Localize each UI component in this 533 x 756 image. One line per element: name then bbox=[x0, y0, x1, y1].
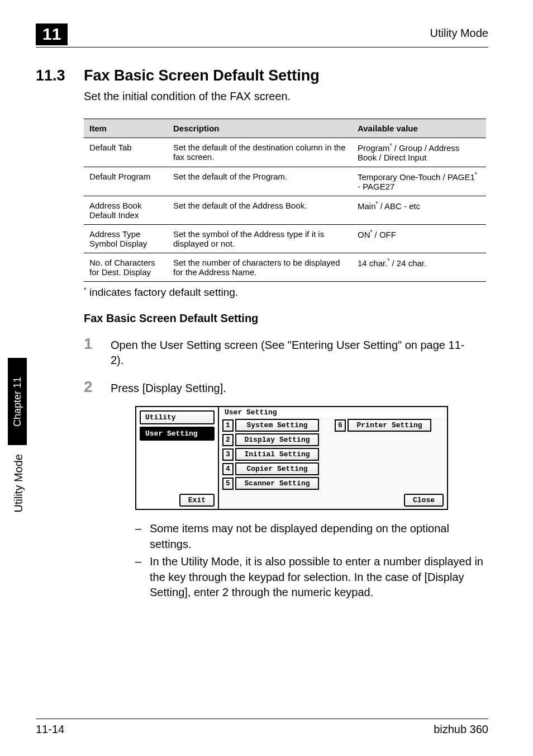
table-row: Default Program Set the default of the P… bbox=[84, 167, 486, 196]
dash-icon: – bbox=[135, 554, 150, 601]
menu-number: 6 bbox=[335, 419, 346, 432]
menu-number: 2 bbox=[222, 434, 234, 446]
settings-table: Item Description Available value Default… bbox=[84, 119, 486, 282]
section-number: 11.3 bbox=[36, 67, 84, 84]
page-number: 11-14 bbox=[36, 723, 64, 736]
table-row: Default Tab Set the default of the desti… bbox=[84, 138, 486, 167]
menu-button-initial-setting[interactable]: Initial Setting bbox=[235, 448, 319, 461]
cell-item: Address Type Symbol Display bbox=[84, 225, 168, 253]
cell-desc: Set the default of the destination colum… bbox=[168, 138, 352, 167]
menu-button-system-setting[interactable]: System Setting bbox=[235, 419, 319, 432]
th-item: Item bbox=[84, 119, 168, 138]
step: 1 Open the User Setting screen (See "Ent… bbox=[84, 335, 488, 368]
cell-item: No. of Characters for Dest. Display bbox=[84, 253, 168, 282]
exit-button[interactable]: Exit bbox=[179, 494, 215, 507]
cell-desc: Set the default of the Program. bbox=[168, 167, 352, 196]
footer-rule bbox=[36, 719, 488, 719]
th-available: Available value bbox=[352, 119, 486, 138]
device-screen: Utility User Setting Exit User Setting 1… bbox=[135, 406, 448, 510]
menu-button-display-setting[interactable]: Display Setting bbox=[235, 433, 319, 446]
menu-item[interactable]: 2 Display Setting bbox=[222, 433, 319, 446]
subsection-heading: Fax Basic Screen Default Setting bbox=[84, 312, 488, 325]
cell-avail: Main* / ABC - etc bbox=[352, 196, 486, 225]
cell-desc: Set the symbol of the Address type if it… bbox=[168, 225, 352, 253]
menu-number: 5 bbox=[222, 478, 234, 490]
menu-button-copier-setting[interactable]: Copier Setting bbox=[235, 462, 319, 475]
menu-item[interactable]: 5 Scanner Setting bbox=[222, 477, 319, 490]
section-intro: Set the initial condition of the FAX scr… bbox=[84, 90, 488, 103]
screen-title: User Setting bbox=[222, 408, 444, 418]
menu-button-scanner-setting[interactable]: Scanner Setting bbox=[235, 477, 319, 490]
utility-tab[interactable]: Utility bbox=[140, 410, 215, 424]
note-text: Some items may not be displayed dependin… bbox=[150, 521, 488, 552]
cell-avail: Program* / Group / Address Book / Direct… bbox=[352, 138, 486, 167]
table-row: Address Type Symbol Display Set the symb… bbox=[84, 225, 486, 253]
side-chapter-tab: Chapter 11 bbox=[8, 358, 27, 445]
menu-number: 4 bbox=[222, 463, 234, 475]
section-title: Fax Basic Screen Default Setting bbox=[84, 67, 320, 84]
dash-icon: – bbox=[135, 521, 150, 552]
step-number: 2 bbox=[84, 378, 111, 396]
menu-number: 1 bbox=[222, 419, 234, 432]
close-button[interactable]: Close bbox=[404, 494, 444, 507]
cell-avail: Temporary One-Touch / PAGE1* - PAGE27 bbox=[352, 167, 486, 196]
cell-desc: Set the default of the Address Book. bbox=[168, 196, 352, 225]
header-rule bbox=[36, 47, 488, 48]
list-item: – Some items may not be displayed depend… bbox=[135, 521, 488, 552]
menu-item[interactable]: 3 Initial Setting bbox=[222, 448, 319, 461]
cell-item: Address Book Default Index bbox=[84, 196, 168, 225]
menu-button-printer-setting[interactable]: Printer Setting bbox=[348, 419, 431, 432]
cell-avail: ON* / OFF bbox=[352, 225, 486, 253]
cell-item: Default Tab bbox=[84, 138, 168, 167]
running-title: Utility Mode bbox=[430, 27, 488, 40]
menu-number: 3 bbox=[222, 448, 234, 461]
step-text: Press [Display Setting]. bbox=[111, 379, 226, 396]
table-row: No. of Characters for Dest. Display Set … bbox=[84, 253, 486, 282]
product-name: bizhub 360 bbox=[434, 723, 488, 736]
cell-desc: Set the number of characters to be displ… bbox=[168, 253, 352, 282]
menu-item[interactable]: 4 Copier Setting bbox=[222, 462, 319, 475]
step-number: 1 bbox=[84, 335, 111, 353]
th-description: Description bbox=[168, 119, 352, 138]
step-text: Open the User Setting screen (See "Enter… bbox=[111, 336, 468, 368]
note-text: In the Utility Mode, it is also possible… bbox=[150, 554, 488, 601]
list-item: – In the Utility Mode, it is also possib… bbox=[135, 554, 488, 601]
menu-item[interactable]: 6 Printer Setting bbox=[335, 419, 431, 432]
side-section-label: Utility Mode bbox=[12, 454, 25, 512]
table-row: Address Book Default Index Set the defau… bbox=[84, 196, 486, 225]
cell-item: Default Program bbox=[84, 167, 168, 196]
step: 2 Press [Display Setting]. bbox=[84, 378, 488, 396]
cell-avail: 14 char.* / 24 char. bbox=[352, 253, 486, 282]
user-setting-tab[interactable]: User Setting bbox=[140, 427, 215, 441]
notes-list: – Some items may not be displayed depend… bbox=[135, 521, 488, 601]
chapter-badge: 11 bbox=[36, 23, 68, 45]
footnote: * indicates factory default setting. bbox=[84, 286, 488, 299]
menu-item[interactable]: 1 System Setting bbox=[222, 419, 319, 432]
